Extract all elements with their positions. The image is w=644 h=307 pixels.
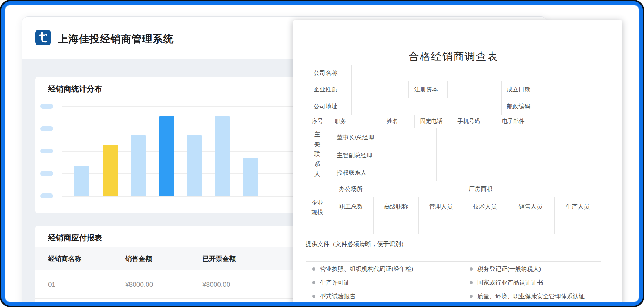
y-axis-tick-pill bbox=[40, 149, 53, 154]
role-deputy-label: 主管副总经理 bbox=[329, 147, 391, 164]
plant-area-label: 厂房面积 bbox=[458, 181, 601, 197]
header-name: 姓名 bbox=[381, 115, 415, 128]
row-company-name: 公司名称 bbox=[306, 65, 601, 81]
doc-tax-registration: 税务登记证(一般纳税人) bbox=[462, 262, 601, 276]
chart-bar bbox=[159, 116, 174, 196]
postal-code-input-cell[interactable] bbox=[538, 98, 601, 115]
registered-capital-label: 注册资本 bbox=[409, 81, 448, 98]
documents-table: 营业执照、组织机构代码证(经年检) 税务登记证(一般纳税人) 生产许可证 bbox=[306, 261, 601, 303]
senior-title-label: 高级职称 bbox=[374, 197, 419, 216]
establish-date-input-cell[interactable] bbox=[538, 81, 601, 98]
authorized-email-input-cell[interactable] bbox=[538, 164, 601, 181]
report-col-sales-amount: 销售金额 bbox=[125, 247, 152, 270]
header-landline: 固定电话 bbox=[415, 115, 452, 128]
bullet-dot-icon bbox=[470, 295, 473, 298]
production-staff-input-cell[interactable] bbox=[555, 216, 601, 234]
chart-card-title: 经销商统计分布 bbox=[48, 84, 102, 94]
company-name-label: 公司名称 bbox=[306, 65, 352, 81]
chart-bar bbox=[187, 135, 202, 196]
enterprise-scale-rows: 办公场所 厂房面积 职工总数 高级职称 管理人员 技术人员 销售人员 生产人员 bbox=[329, 181, 601, 234]
screenshot-stage: 上海佳投经销商管理系统 经销商统计分布 经销商应付报表 经销商名称 bbox=[0, 0, 644, 307]
outer-frame: 上海佳投经销商管理系统 经销商统计分布 经销商应付报表 经销商名称 bbox=[0, 0, 644, 307]
documents-row-3: 型式试验报告 质量、环境、职业健康安全管理体系认证 bbox=[306, 289, 601, 303]
header-email: 电子邮件 bbox=[496, 115, 601, 128]
doc-management-system-cert: 质量、环境、职业健康安全管理体系认证 bbox=[462, 289, 601, 303]
management-staff-label: 管理人员 bbox=[419, 197, 463, 216]
company-nature-input-cell[interactable] bbox=[352, 81, 409, 98]
report-card-title: 经销商应付报表 bbox=[48, 233, 102, 243]
scale-row-staff-inputs bbox=[329, 216, 601, 234]
documents-row-2: 生产许可证 国家或行业产品认证证书 bbox=[306, 276, 601, 289]
scale-row-premises: 办公场所 厂房面积 bbox=[329, 181, 601, 197]
y-axis-tick-pill bbox=[40, 126, 53, 131]
scale-row-staff-headers: 职工总数 高级职称 管理人员 技术人员 销售人员 生产人员 bbox=[329, 197, 601, 216]
main-contacts-rows: 董事长/总经理 主管副总经理 bbox=[329, 128, 601, 181]
chairman-mobile-input-cell[interactable] bbox=[489, 128, 538, 147]
staff-total-label: 职工总数 bbox=[329, 197, 374, 216]
y-axis-tick-pill bbox=[40, 171, 53, 176]
bullet-dot-icon bbox=[312, 295, 315, 298]
app-title: 上海佳投经销商管理系统 bbox=[58, 32, 174, 46]
y-axis-tick-pill bbox=[40, 104, 53, 109]
header-position: 职务 bbox=[329, 115, 381, 128]
company-name-input-cell[interactable] bbox=[352, 65, 601, 81]
staff-total-input-cell[interactable] bbox=[329, 216, 374, 234]
bullet-dot-icon bbox=[312, 267, 315, 271]
sales-staff-input-cell[interactable] bbox=[507, 216, 555, 234]
production-staff-label: 生产人员 bbox=[555, 197, 601, 216]
role-chairman-label: 董事长/总经理 bbox=[329, 128, 391, 147]
enterprise-scale-group: 企业规模 办公场所 厂房面积 职工总数 高级职称 管理人员 bbox=[306, 181, 601, 234]
report-cell-dealer-name: 01 bbox=[48, 270, 55, 299]
role-authorized-label: 授权联系人 bbox=[329, 164, 391, 181]
authorized-landline-input-cell[interactable] bbox=[437, 164, 489, 181]
contact-row-chairman: 董事长/总经理 bbox=[329, 128, 601, 147]
company-address-input-cell[interactable] bbox=[352, 98, 502, 115]
bullet-dot-icon bbox=[312, 281, 315, 284]
technical-staff-input-cell[interactable] bbox=[463, 216, 507, 234]
authorized-name-input-cell[interactable] bbox=[391, 164, 437, 181]
chart-bar bbox=[131, 135, 146, 196]
provide-documents-heading: 提供文件（文件必须清晰，便于识别） bbox=[306, 240, 407, 248]
sales-staff-label: 销售人员 bbox=[507, 197, 555, 216]
registered-capital-input-cell[interactable] bbox=[448, 81, 502, 98]
qualified-dealer-survey-card: 合格经销商调查表 公司名称 企业性质 注册资本 bbox=[293, 20, 622, 306]
blue-border-canvas: 上海佳投经销商管理系统 经销商统计分布 经销商应付报表 经销商名称 bbox=[1, 1, 643, 306]
company-nature-label: 企业性质 bbox=[306, 81, 352, 98]
contact-header-row: 序号 职务 姓名 固定电话 手机号码 电子邮件 bbox=[306, 115, 601, 128]
form-title: 合格经销商调查表 bbox=[306, 49, 601, 64]
documents-row-1: 营业执照、组织机构代码证(经年检) 税务登记证(一般纳税人) bbox=[306, 262, 601, 276]
scene: 上海佳投经销商管理系统 经销商统计分布 经销商应付报表 经销商名称 bbox=[1, 1, 643, 306]
deputy-name-input-cell[interactable] bbox=[391, 147, 437, 164]
header-seq: 序号 bbox=[306, 115, 329, 128]
chart-bar bbox=[215, 116, 230, 196]
report-col-dealer-name: 经销商名称 bbox=[48, 247, 81, 270]
chart-bar bbox=[103, 145, 118, 196]
senior-title-input-cell[interactable] bbox=[374, 216, 419, 234]
enterprise-scale-group-label: 企业规模 bbox=[306, 181, 329, 234]
deputy-landline-input-cell[interactable] bbox=[437, 147, 489, 164]
report-cell-invoiced-amount: ¥8000.00 bbox=[202, 270, 230, 299]
authorized-mobile-input-cell[interactable] bbox=[489, 164, 538, 181]
doc-type-test-report: 型式试验报告 bbox=[306, 289, 462, 303]
chart-bar bbox=[243, 158, 258, 196]
doc-production-permit: 生产许可证 bbox=[306, 276, 462, 289]
chairman-email-input-cell[interactable] bbox=[538, 128, 601, 147]
app-logo-icon bbox=[35, 30, 51, 45]
report-cell-sales-amount: ¥8000.00 bbox=[125, 270, 153, 299]
postal-code-label: 邮政编码 bbox=[502, 98, 538, 115]
technical-staff-label: 技术人员 bbox=[463, 197, 507, 216]
doc-business-license: 营业执照、组织机构代码证(经年检) bbox=[306, 262, 462, 276]
bullet-dot-icon bbox=[470, 281, 473, 284]
management-staff-input-cell[interactable] bbox=[419, 216, 463, 234]
contact-row-deputy: 主管副总经理 bbox=[329, 147, 601, 164]
company-address-label: 公司地址 bbox=[306, 98, 352, 115]
deputy-email-input-cell[interactable] bbox=[538, 147, 601, 164]
row-company-address: 公司地址 邮政编码 bbox=[306, 98, 601, 115]
establish-date-label: 成立日期 bbox=[502, 81, 538, 98]
survey-form-table: 公司名称 企业性质 注册资本 成立日期 bbox=[306, 65, 601, 234]
smiley-t-logo-icon bbox=[35, 30, 51, 45]
chairman-name-input-cell[interactable] bbox=[391, 128, 437, 147]
report-col-invoiced-amount: 已开票金额 bbox=[202, 247, 236, 270]
deputy-mobile-input-cell[interactable] bbox=[489, 147, 538, 164]
chairman-landline-input-cell[interactable] bbox=[437, 128, 489, 147]
